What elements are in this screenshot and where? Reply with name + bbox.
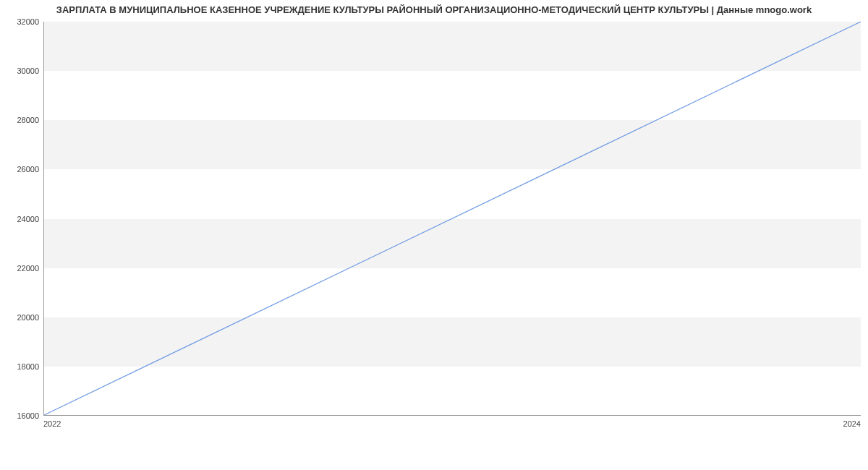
y-tick-label: 22000	[3, 264, 39, 273]
x-tick-label: 2024	[843, 419, 861, 428]
x-tick-label: 2022	[43, 419, 61, 428]
chart-container: ЗАРПЛАТА В МУНИЦИПАЛЬНОЕ КАЗЕННОЕ УЧРЕЖД…	[0, 0, 868, 448]
y-tick-label: 16000	[3, 411, 39, 420]
line-svg	[44, 22, 861, 415]
chart-title: ЗАРПЛАТА В МУНИЦИПАЛЬНОЕ КАЗЕННОЕ УЧРЕЖД…	[0, 4, 868, 15]
data-series-line	[44, 22, 861, 415]
y-tick-label: 28000	[3, 116, 39, 124]
y-tick-label: 26000	[3, 165, 39, 174]
y-tick-label: 32000	[3, 17, 39, 26]
y-tick-label: 18000	[3, 362, 39, 371]
y-tick-label: 24000	[3, 215, 39, 223]
plot-area	[43, 22, 861, 416]
y-tick-label: 20000	[3, 313, 39, 322]
y-tick-label: 30000	[3, 67, 39, 75]
